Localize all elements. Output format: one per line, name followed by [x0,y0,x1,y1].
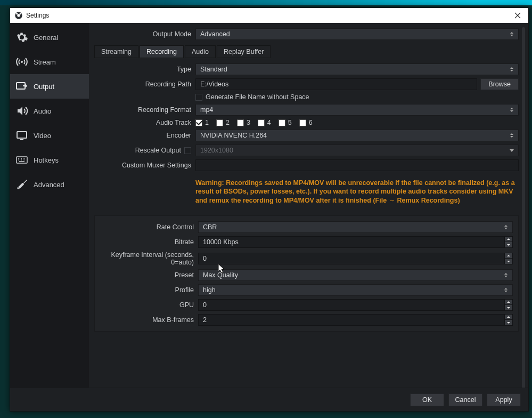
svg-point-2 [16,13,18,14]
apply-button[interactable]: Apply [487,393,521,406]
sidebar-item-stream[interactable]: Stream [10,50,89,74]
audio-track-label: Audio Track [94,119,195,126]
sidebar-label: Video [34,132,51,140]
scrollbar[interactable] [522,27,525,388]
recording-format-label: Recording Format [94,106,195,114]
svg-rect-6 [17,132,27,138]
ok-button[interactable]: OK [410,393,444,406]
close-button[interactable] [511,9,524,22]
window-title: Settings [26,12,49,19]
sidebar-item-advanced[interactable]: Advanced [10,172,89,197]
tools-icon [15,178,28,191]
svg-point-3 [20,13,21,14]
muxer-input[interactable] [195,159,519,171]
svg-point-1 [17,14,20,17]
tab-replay-buffer[interactable]: Replay Buffer [217,45,271,58]
keyboard-icon [15,154,28,166]
stream-icon [15,55,28,68]
video-icon [15,129,28,142]
gpu-label: GPU [97,301,198,309]
svg-rect-7 [20,139,23,140]
bitrate-spinbox[interactable]: 10000 Kbps [198,236,513,248]
output-mode-label: Output Mode [94,30,195,38]
rate-control-select[interactable]: CBR [198,221,513,233]
rescale-output-checkbox[interactable] [184,147,191,154]
settings-dialog: Settings General Stream Output Audio [10,7,529,412]
rate-control-label: Rate Control [97,223,198,231]
rescale-output-select[interactable]: 1920x1080 [195,144,519,156]
keyframe-spinbox[interactable]: 0 [198,253,513,264]
sidebar-label: Output [34,83,54,91]
gen-filename-label: Generate File Name without Space [206,93,309,101]
chevron-updown-icon [508,64,516,75]
rescale-output-label: Rescale Output [135,147,181,154]
sidebar-label: Advanced [34,181,64,189]
app-icon [14,11,23,20]
sidebar-label: General [34,34,58,42]
chevron-updown-icon [502,285,510,295]
titlebar: Settings [10,8,528,23]
type-select[interactable]: Standard [195,63,519,75]
gen-filename-checkbox[interactable] [195,94,202,101]
tab-audio[interactable]: Audio [185,45,216,58]
gear-icon [15,31,28,44]
output-mode-select[interactable]: Advanced [195,28,519,40]
chevron-down-icon [508,145,516,156]
tabs: Streaming Recording Audio Replay Buffer [94,45,519,58]
cancel-button[interactable]: Cancel [448,393,482,406]
encoder-select[interactable]: NVIDIA NVENC H.264 [195,130,519,141]
chevron-updown-icon [508,130,516,141]
output-icon [15,80,28,93]
chevron-updown-icon [508,29,516,39]
warning-text: Warning: Recordings saved to MP4/MOV wil… [195,174,519,208]
max-bframes-label: Max B-frames [97,316,198,324]
sidebar-item-audio[interactable]: Audio [10,99,89,123]
audio-track-2-checkbox[interactable] [216,119,223,126]
type-label: Type [94,66,195,73]
audio-track-6-checkbox[interactable] [299,119,306,126]
chevron-updown-icon [508,104,516,115]
keyframe-label: Keyframe Interval (seconds, 0=auto) [97,251,198,266]
sidebar-label: Hotkeys [34,156,59,164]
audio-track-4-checkbox[interactable] [258,119,265,126]
sidebar-item-output[interactable]: Output [10,74,89,99]
audio-icon [15,104,28,117]
svg-point-4 [21,61,23,63]
audio-track-3-checkbox[interactable] [237,119,244,126]
preset-label: Preset [97,271,198,279]
max-bframes-spinbox[interactable]: 2 [198,314,513,326]
chevron-updown-icon [502,222,510,232]
sidebar-item-general[interactable]: General [10,25,89,50]
main-panel: Output Mode Advanced Streaming Recording… [89,23,528,388]
encoder-label: Encoder [94,132,195,139]
gpu-spinbox[interactable]: 0 [198,299,513,311]
encoder-settings-panel: Rate Control CBR Bitrate 10000 Kbps Keyf… [94,215,519,332]
sidebar-label: Stream [34,58,56,66]
sidebar-item-video[interactable]: Video [10,123,89,148]
sidebar-label: Audio [34,107,51,115]
muxer-label: Custom Muxer Settings [94,162,195,169]
recording-path-label: Recording Path [94,81,195,88]
audio-track-5-checkbox[interactable] [279,119,285,126]
chevron-updown-icon [502,270,510,280]
profile-label: Profile [97,286,198,294]
dialog-footer: OK Cancel Apply [10,388,528,411]
sidebar: General Stream Output Audio Video Hotkey… [10,23,89,388]
profile-select[interactable]: high [198,284,513,296]
audio-track-1-checkbox[interactable] [195,119,202,126]
bitrate-label: Bitrate [97,238,198,246]
recording-path-input[interactable]: E:/Videos [195,78,477,90]
sidebar-item-hotkeys[interactable]: Hotkeys [10,148,89,172]
tab-streaming[interactable]: Streaming [94,45,138,58]
recording-format-select[interactable]: mp4 [195,104,519,116]
browse-button[interactable]: Browse [480,78,519,90]
tab-recording[interactable]: Recording [140,45,184,58]
preset-select[interactable]: Max Quality [198,269,513,281]
